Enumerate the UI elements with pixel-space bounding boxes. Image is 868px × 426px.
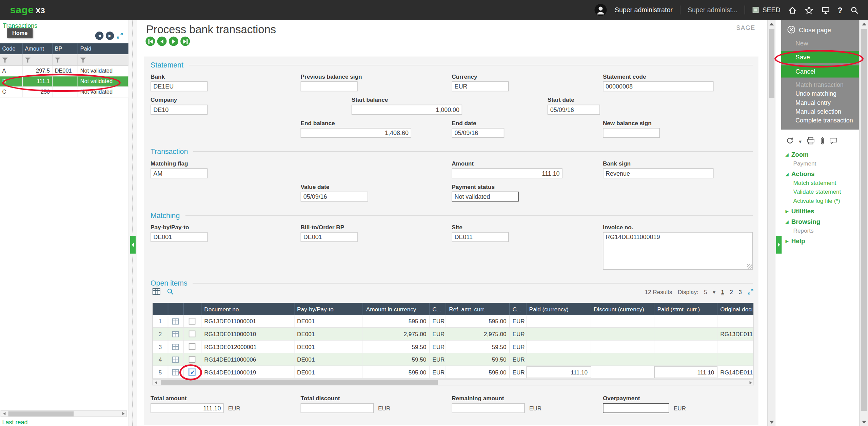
open-items-row[interactable]: 5RG14DE011000019DE001595.00EUR595.00EUR1… <box>153 366 753 379</box>
menu-section-help[interactable]: Help <box>781 235 859 245</box>
scroll-down-icon[interactable] <box>768 418 775 426</box>
start-balance-input[interactable] <box>352 105 462 115</box>
col-discount[interactable]: Discount (currency) <box>591 303 654 315</box>
next-page-icon[interactable] <box>106 32 114 40</box>
open-items-row[interactable]: 2RG13DE011000010DE0012,975.00EUR2,975.00… <box>153 328 753 341</box>
cancel-button[interactable]: Cancel <box>781 65 859 78</box>
left-panel-hscrollbar[interactable] <box>1 410 127 417</box>
prev-page-icon[interactable] <box>95 32 103 40</box>
scroll-right-icon[interactable] <box>120 411 126 416</box>
nav-grid-row-selected[interactable]: B111.1Not validated <box>0 76 129 87</box>
menu-section-zoom[interactable]: Zoom <box>781 149 859 159</box>
first-record-button[interactable] <box>145 37 155 46</box>
scroll-up-icon[interactable] <box>860 20 868 28</box>
open-items-row[interactable]: 1RG13DE011000001DE001595.00EUR595.00EUR <box>153 315 753 328</box>
matching-flag-input[interactable] <box>151 168 208 178</box>
panel-action-manual-selection[interactable]: Manual selection <box>781 107 859 116</box>
col-pay-by[interactable]: Pay-by/Pay-to <box>294 303 363 315</box>
col-bp[interactable]: BP <box>53 43 78 54</box>
col-paid[interactable]: Paid <box>78 43 129 54</box>
col-paid-currency[interactable]: Paid (currency) <box>526 303 591 315</box>
next-record-button[interactable] <box>169 37 178 46</box>
scroll-thumb[interactable] <box>161 380 438 385</box>
row-checkbox[interactable] <box>189 343 196 350</box>
display-dropdown-icon[interactable] <box>713 288 715 295</box>
scroll-down-icon[interactable] <box>860 418 868 426</box>
value-date-input[interactable] <box>301 192 368 201</box>
page-1[interactable]: 1 <box>721 288 724 295</box>
bank-input[interactable] <box>151 81 208 91</box>
search-grid-icon[interactable] <box>166 287 174 295</box>
row-detail-icon[interactable] <box>172 344 179 350</box>
attachment-icon[interactable] <box>820 136 824 144</box>
row-checkbox[interactable] <box>189 356 196 363</box>
menu-item-activate-log-file[interactable]: Activate log file (*) <box>781 196 859 205</box>
page-vscrollbar[interactable] <box>859 20 868 426</box>
bank-sign-input[interactable] <box>603 168 714 178</box>
col-paid-stmt[interactable]: Paid (stmt. curr.) <box>654 303 717 315</box>
col-code[interactable]: Code <box>0 43 23 54</box>
scroll-left-icon[interactable] <box>153 380 159 385</box>
open-items-row[interactable]: 4RG14DE011000006DE00159.50EUR59.50EUR <box>153 353 753 366</box>
col-amount-in-currency[interactable]: Amount in currency <box>363 303 430 315</box>
screens-icon[interactable] <box>821 5 830 15</box>
collapse-right-panel-handle[interactable] <box>776 236 782 254</box>
col-currency-2[interactable]: C... <box>510 303 526 315</box>
payment-status-input[interactable] <box>452 192 519 201</box>
previous-balance-sign-input[interactable] <box>301 81 358 91</box>
menu-section-actions[interactable]: Actions <box>781 168 859 178</box>
col-currency-1[interactable]: C... <box>430 303 446 315</box>
row-checkbox-checked[interactable] <box>189 369 196 375</box>
user-role[interactable]: Super administ... <box>688 6 737 14</box>
grid-view-icon[interactable] <box>152 288 160 295</box>
scroll-thumb[interactable] <box>861 29 867 411</box>
endpoint-selector[interactable]: SEED <box>752 6 781 14</box>
total-amount-input[interactable] <box>151 403 224 413</box>
panel-action-complete-transaction[interactable]: Complete transaction <box>781 116 859 124</box>
scroll-up-icon[interactable] <box>768 20 775 28</box>
new-balance-sign-input[interactable] <box>603 128 660 138</box>
print-icon[interactable] <box>807 137 815 144</box>
sage-x3-logo[interactable]: sage X3 <box>0 4 45 16</box>
invoice-no-textarea[interactable]: RG14DE011000019 <box>603 232 753 270</box>
total-discount-input[interactable] <box>301 403 374 413</box>
scroll-right-icon[interactable] <box>747 380 753 385</box>
panel-action-undo-matching[interactable]: Undo matching <box>781 89 859 98</box>
row-detail-icon[interactable] <box>172 369 179 375</box>
nav-grid-row[interactable]: C250Not validated <box>0 87 129 97</box>
expand-grid-icon[interactable] <box>747 288 754 295</box>
menu-item-reports[interactable]: Reports <box>781 226 859 235</box>
row-detail-icon[interactable] <box>172 356 179 363</box>
col-document-no[interactable]: Document no. <box>201 303 294 315</box>
pay-by-input[interactable] <box>151 232 208 242</box>
previous-record-button[interactable] <box>157 37 167 46</box>
help-icon[interactable] <box>837 5 843 15</box>
home-icon[interactable] <box>788 5 797 15</box>
row-checkbox[interactable] <box>189 331 196 337</box>
left-splitter[interactable] <box>129 20 137 426</box>
open-items-hscrollbar[interactable] <box>152 379 754 385</box>
filter-funnel-icon[interactable] <box>2 57 9 63</box>
overpayment-input[interactable] <box>603 403 669 413</box>
search-icon[interactable] <box>850 5 859 15</box>
page-3[interactable]: 3 <box>738 288 742 295</box>
open-items-row[interactable]: 3RG13DE012000001DE00159.50EUR59.50EUR <box>153 341 753 353</box>
close-page-button[interactable]: Close page <box>781 24 859 35</box>
statement-code-input[interactable] <box>603 81 714 91</box>
panel-action-manual-entry[interactable]: Manual entry <box>781 98 859 107</box>
scroll-track[interactable] <box>159 380 748 385</box>
filter-funnel-icon[interactable] <box>55 57 62 63</box>
scroll-thumb[interactable] <box>769 29 774 98</box>
comment-icon[interactable] <box>829 137 837 144</box>
scroll-left-icon[interactable] <box>1 411 7 416</box>
user-name[interactable]: Super administrator <box>615 6 673 14</box>
scroll-track[interactable] <box>7 411 120 416</box>
menu-section-browsing[interactable]: Browsing <box>781 215 859 226</box>
last-record-button[interactable] <box>180 37 190 46</box>
row-checkbox[interactable] <box>189 318 196 325</box>
site-input[interactable] <box>452 232 509 242</box>
company-input[interactable] <box>151 105 208 115</box>
filter-funnel-icon[interactable] <box>80 57 87 63</box>
save-button[interactable]: Save <box>781 51 859 63</box>
nav-grid-row[interactable]: A297.5DE001Not validated <box>0 66 129 76</box>
